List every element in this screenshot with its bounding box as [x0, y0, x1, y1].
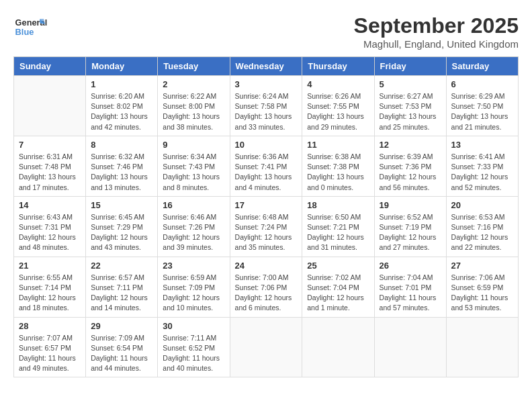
title-block: September 2025 Maghull, England, United … [354, 13, 519, 50]
day-number: 21 [19, 261, 81, 271]
day-cell: 15Sunrise: 6:45 AM Sunset: 7:29 PM Dayli… [86, 196, 158, 257]
page-header: General Blue September 2025 Maghull, Eng… [13, 13, 519, 50]
month-title: September 2025 [354, 13, 519, 38]
day-number: 2 [163, 79, 224, 89]
day-number: 28 [19, 321, 81, 331]
week-row-2: 7Sunrise: 6:31 AM Sunset: 7:48 PM Daylig… [14, 136, 519, 196]
day-cell: 7Sunrise: 6:31 AM Sunset: 7:48 PM Daylig… [14, 136, 86, 196]
day-cell: 6Sunrise: 6:29 AM Sunset: 7:50 PM Daylig… [446, 76, 518, 136]
day-cell: 28Sunrise: 7:07 AM Sunset: 6:57 PM Dayli… [14, 317, 86, 377]
day-cell: 8Sunrise: 6:32 AM Sunset: 7:46 PM Daylig… [86, 136, 158, 196]
day-number: 6 [451, 79, 513, 89]
day-info: Sunrise: 6:48 AM Sunset: 7:24 PM Dayligh… [235, 212, 298, 253]
day-info: Sunrise: 7:06 AM Sunset: 6:59 PM Dayligh… [451, 273, 513, 314]
day-info: Sunrise: 6:22 AM Sunset: 8:00 PM Dayligh… [163, 91, 224, 132]
day-number: 3 [235, 79, 298, 89]
weekday-header-sunday: Sunday [14, 57, 86, 76]
weekday-header-thursday: Thursday [302, 57, 374, 76]
day-cell: 2Sunrise: 6:22 AM Sunset: 8:00 PM Daylig… [158, 76, 230, 136]
day-number: 25 [307, 261, 369, 271]
day-cell: 29Sunrise: 7:09 AM Sunset: 6:54 PM Dayli… [86, 317, 158, 377]
day-info: Sunrise: 6:52 AM Sunset: 7:19 PM Dayligh… [380, 212, 441, 253]
day-cell [446, 317, 518, 377]
day-number: 13 [451, 140, 513, 150]
day-info: Sunrise: 7:07 AM Sunset: 6:57 PM Dayligh… [19, 333, 81, 374]
day-info: Sunrise: 6:24 AM Sunset: 7:58 PM Dayligh… [235, 91, 298, 132]
day-number: 11 [307, 140, 369, 150]
day-info: Sunrise: 6:45 AM Sunset: 7:29 PM Dayligh… [91, 212, 152, 253]
weekday-header-monday: Monday [86, 57, 158, 76]
day-number: 29 [91, 321, 152, 331]
day-info: Sunrise: 6:36 AM Sunset: 7:41 PM Dayligh… [235, 152, 298, 193]
day-info: Sunrise: 6:26 AM Sunset: 7:55 PM Dayligh… [307, 91, 369, 132]
day-cell: 5Sunrise: 6:27 AM Sunset: 7:53 PM Daylig… [374, 76, 446, 136]
day-cell: 20Sunrise: 6:53 AM Sunset: 7:16 PM Dayli… [446, 196, 518, 257]
day-number: 26 [380, 261, 441, 271]
day-info: Sunrise: 6:29 AM Sunset: 7:50 PM Dayligh… [451, 91, 513, 132]
day-number: 14 [19, 200, 81, 210]
day-cell [374, 317, 446, 377]
day-cell: 3Sunrise: 6:24 AM Sunset: 7:58 PM Daylig… [230, 76, 302, 136]
day-cell: 14Sunrise: 6:43 AM Sunset: 7:31 PM Dayli… [14, 196, 86, 257]
day-number: 15 [91, 200, 152, 210]
calendar-table: SundayMondayTuesdayWednesdayThursdayFrid… [13, 56, 519, 377]
day-cell: 18Sunrise: 6:50 AM Sunset: 7:21 PM Dayli… [302, 196, 374, 257]
day-cell: 26Sunrise: 7:04 AM Sunset: 7:01 PM Dayli… [374, 257, 446, 317]
day-info: Sunrise: 6:46 AM Sunset: 7:26 PM Dayligh… [163, 212, 224, 253]
day-cell: 9Sunrise: 6:34 AM Sunset: 7:43 PM Daylig… [158, 136, 230, 196]
weekday-header-saturday: Saturday [446, 57, 518, 76]
day-number: 5 [380, 79, 441, 89]
day-info: Sunrise: 6:38 AM Sunset: 7:38 PM Dayligh… [307, 152, 369, 193]
day-number: 20 [451, 200, 513, 210]
week-row-5: 28Sunrise: 7:07 AM Sunset: 6:57 PM Dayli… [14, 317, 519, 377]
day-cell: 12Sunrise: 6:39 AM Sunset: 7:36 PM Dayli… [374, 136, 446, 196]
day-cell [14, 76, 86, 136]
weekday-header-row: SundayMondayTuesdayWednesdayThursdayFrid… [14, 57, 519, 76]
day-info: Sunrise: 6:57 AM Sunset: 7:11 PM Dayligh… [91, 273, 152, 314]
day-number: 17 [235, 200, 298, 210]
day-cell: 23Sunrise: 6:59 AM Sunset: 7:09 PM Dayli… [158, 257, 230, 317]
day-info: Sunrise: 7:09 AM Sunset: 6:54 PM Dayligh… [91, 333, 152, 374]
day-cell: 1Sunrise: 6:20 AM Sunset: 8:02 PM Daylig… [86, 76, 158, 136]
day-number: 4 [307, 79, 369, 89]
day-cell [302, 317, 374, 377]
day-info: Sunrise: 6:27 AM Sunset: 7:53 PM Dayligh… [380, 91, 441, 132]
logo-icon: General Blue [13, 13, 47, 40]
weekday-header-wednesday: Wednesday [230, 57, 302, 76]
week-row-1: 1Sunrise: 6:20 AM Sunset: 8:02 PM Daylig… [14, 76, 519, 136]
svg-text:Blue: Blue [15, 27, 34, 37]
day-number: 9 [163, 140, 224, 150]
day-number: 22 [91, 261, 152, 271]
day-cell: 10Sunrise: 6:36 AM Sunset: 7:41 PM Dayli… [230, 136, 302, 196]
day-number: 10 [235, 140, 298, 150]
day-cell: 19Sunrise: 6:52 AM Sunset: 7:19 PM Dayli… [374, 196, 446, 257]
day-number: 16 [163, 200, 224, 210]
day-number: 7 [19, 140, 81, 150]
day-number: 19 [380, 200, 441, 210]
day-number: 12 [380, 140, 441, 150]
day-info: Sunrise: 6:41 AM Sunset: 7:33 PM Dayligh… [451, 152, 513, 193]
day-number: 27 [451, 261, 513, 271]
day-cell: 13Sunrise: 6:41 AM Sunset: 7:33 PM Dayli… [446, 136, 518, 196]
day-info: Sunrise: 7:04 AM Sunset: 7:01 PM Dayligh… [380, 273, 441, 314]
day-info: Sunrise: 7:02 AM Sunset: 7:04 PM Dayligh… [307, 273, 369, 314]
week-row-3: 14Sunrise: 6:43 AM Sunset: 7:31 PM Dayli… [14, 196, 519, 257]
day-number: 30 [163, 321, 224, 331]
day-info: Sunrise: 6:39 AM Sunset: 7:36 PM Dayligh… [380, 152, 441, 193]
day-number: 24 [235, 261, 298, 271]
day-info: Sunrise: 6:55 AM Sunset: 7:14 PM Dayligh… [19, 273, 81, 314]
day-cell: 16Sunrise: 6:46 AM Sunset: 7:26 PM Dayli… [158, 196, 230, 257]
day-info: Sunrise: 6:32 AM Sunset: 7:46 PM Dayligh… [91, 152, 152, 193]
day-number: 23 [163, 261, 224, 271]
weekday-header-tuesday: Tuesday [158, 57, 230, 76]
day-cell: 17Sunrise: 6:48 AM Sunset: 7:24 PM Dayli… [230, 196, 302, 257]
day-info: Sunrise: 6:50 AM Sunset: 7:21 PM Dayligh… [307, 212, 369, 253]
week-row-4: 21Sunrise: 6:55 AM Sunset: 7:14 PM Dayli… [14, 257, 519, 317]
day-cell: 30Sunrise: 7:11 AM Sunset: 6:52 PM Dayli… [158, 317, 230, 377]
day-cell: 24Sunrise: 7:00 AM Sunset: 7:06 PM Dayli… [230, 257, 302, 317]
day-info: Sunrise: 6:31 AM Sunset: 7:48 PM Dayligh… [19, 152, 81, 193]
day-cell [230, 317, 302, 377]
day-cell: 21Sunrise: 6:55 AM Sunset: 7:14 PM Dayli… [14, 257, 86, 317]
day-cell: 11Sunrise: 6:38 AM Sunset: 7:38 PM Dayli… [302, 136, 374, 196]
weekday-header-friday: Friday [374, 57, 446, 76]
